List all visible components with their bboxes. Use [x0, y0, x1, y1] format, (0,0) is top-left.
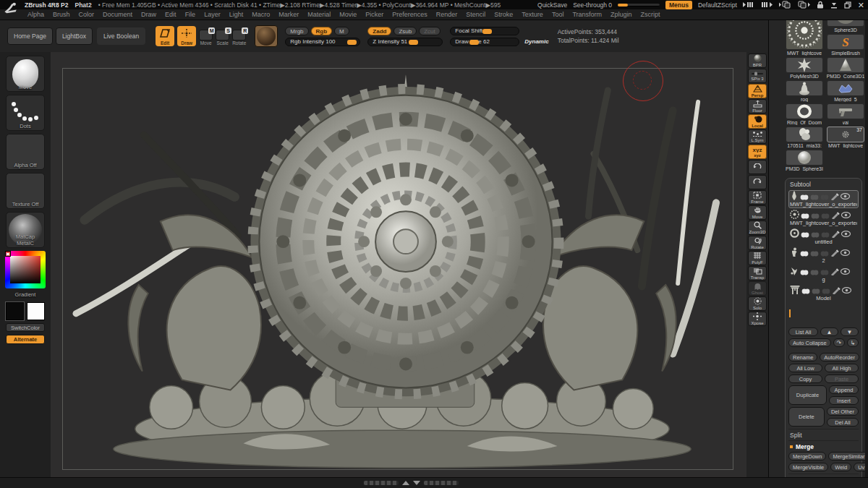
document-area[interactable] [62, 68, 733, 470]
all-high-button[interactable]: All High [825, 364, 859, 372]
eye-visibility-icon[interactable] [841, 268, 850, 275]
shelf-persp-button[interactable]: Persp [748, 84, 767, 98]
shelf-move-button[interactable]: Move [748, 205, 767, 220]
shelf-bpr-button[interactable]: BPR [748, 53, 767, 68]
menu-transform[interactable]: Transform [572, 11, 602, 18]
restore-icon[interactable] [844, 1, 851, 9]
lock-icon[interactable] [817, 1, 824, 9]
menu-macro[interactable]: Macro [252, 11, 270, 18]
tray-divider-handle[interactable] [364, 481, 459, 485]
tray-expand-icon[interactable] [402, 481, 409, 485]
menu-edit[interactable]: Edit [165, 11, 176, 18]
tray-collapse-icon[interactable] [413, 481, 420, 485]
current-alpha-thumbnail[interactable]: Alpha Off [6, 134, 45, 170]
default-zscript-button[interactable]: DefaultZScript [698, 1, 737, 9]
duplicate-button[interactable]: Duplicate [788, 385, 827, 405]
eye-visibility-icon[interactable] [841, 193, 850, 200]
rotate-mode-button[interactable]: R Rotate [232, 30, 246, 46]
shelf-spix-3-button[interactable]: SPix 3 [748, 69, 767, 83]
gradient-label[interactable]: Gradient [0, 291, 51, 298]
list-all-button[interactable]: List All [788, 328, 818, 336]
tool-simplebrush[interactable]: S SimpleBrush [826, 34, 865, 56]
tool-170511-mia33-[interactable]: 170511_mia33: [785, 127, 824, 148]
shelf-xyz-button[interactable]: xyzxyz [748, 145, 767, 159]
tray-dash-right[interactable] [424, 481, 459, 485]
autoreorder-button[interactable]: AutoReorder [820, 353, 859, 361]
switch-color-button[interactable]: SwitchColor [6, 323, 45, 332]
menu-movie[interactable]: Movie [339, 11, 357, 18]
menu-render[interactable]: Render [436, 11, 458, 18]
dynamic-label[interactable]: Dynamic [524, 38, 548, 45]
see-through-track[interactable] [618, 4, 660, 7]
scroll-right-icon[interactable] [761, 1, 773, 8]
shelf-solo-button[interactable]: Solo [748, 296, 767, 311]
z-intensity-slider[interactable]: Z Intensity 51 [367, 38, 443, 46]
mrgb-button[interactable]: Mrgb [285, 27, 308, 35]
shelf-zoom3d-button[interactable]: Zoom3D [748, 221, 767, 235]
merge-similar-button[interactable]: MergeSimilar [828, 452, 868, 461]
current-texture-thumbnail[interactable]: Texture Off [6, 173, 45, 209]
tool-merged-5[interactable]: Merged_5 [826, 80, 865, 102]
tool-pm3d-cone3d1[interactable]: PM3D_Cone3D1 [826, 57, 865, 79]
close-icon[interactable]: ✕ [858, 1, 864, 9]
polypaint-toggle-icon[interactable] [801, 228, 809, 241]
shelf-spin-left-button[interactable] [748, 160, 767, 174]
move-mode-button[interactable]: M Move [199, 30, 213, 46]
copy-button[interactable]: Copy [788, 374, 822, 383]
move-down-arrow-icon[interactable]: ↳ [847, 338, 859, 347]
eye-visibility-icon[interactable] [841, 249, 850, 256]
see-through-slider[interactable]: See-through 0 [573, 1, 612, 9]
menu-zscript[interactable]: Zscript [641, 11, 660, 18]
current-brush-thumbnail[interactable]: Move [6, 56, 45, 92]
menu-stencil[interactable]: Stencil [466, 11, 485, 18]
shelf-ghost-button[interactable]: Ghost [748, 281, 767, 296]
live-boolean-button[interactable]: Live Boolean [97, 27, 145, 45]
tool-polymesh3d[interactable]: PolyMesh3D [785, 57, 824, 79]
brush-toggle-icon[interactable] [830, 268, 839, 275]
merge-section[interactable]: Merge [788, 440, 859, 452]
shelf-spin-right-button[interactable] [748, 175, 767, 189]
polypaint-toggle-icon[interactable] [800, 265, 809, 278]
palette-prev-icon[interactable] [779, 1, 791, 9]
eye-visibility-icon[interactable] [842, 287, 851, 294]
menu-document[interactable]: Document [103, 11, 132, 18]
zadd-button[interactable]: Zadd [367, 27, 391, 35]
merge-visible-button[interactable]: MergeVisible [788, 463, 828, 471]
current-stroke-thumbnail[interactable]: Dots [6, 95, 45, 131]
m-button[interactable]: M [334, 27, 349, 35]
secondary-color-swatch[interactable] [27, 302, 45, 320]
subtool-up-icon[interactable]: ▲ [820, 328, 838, 336]
brush-toggle-icon[interactable] [831, 212, 840, 219]
shelf-l-sym-button[interactable]: L.Sym [748, 129, 767, 144]
rename-button[interactable]: Rename [788, 353, 817, 361]
current-matcap-thumbnail[interactable]: MatCap MetalC [6, 212, 45, 248]
draw-size-slider[interactable]: Draw Size 62 [450, 38, 519, 46]
tool-ring-of-doom[interactable]: Ring_Of_Doom [785, 103, 824, 125]
document-canvas[interactable] [51, 52, 746, 477]
shelf-floor-button[interactable]: Floor [748, 99, 767, 114]
shelf-xpose-button[interactable]: Xpose [748, 312, 767, 326]
weld-button[interactable]: Weld [830, 463, 851, 471]
scroll-left-icon[interactable] [743, 1, 754, 8]
menu-material[interactable]: Material [307, 11, 331, 18]
menu-alpha[interactable]: Alpha [27, 11, 44, 18]
tool-mwt-lightcove[interactable]: 37 MWT_lightcove [826, 127, 865, 148]
subtool-item[interactable]: MWT_lightcover_o_exported [788, 190, 859, 208]
rgb-intensity-slider[interactable]: Rgb Intensity 100 [285, 38, 360, 46]
tool-pm3d-sphere3i[interactable]: PM3D_Sphere3I [785, 150, 824, 171]
tray-dash-left[interactable] [364, 481, 399, 485]
brush-toggle-icon[interactable] [832, 287, 841, 294]
brush-toggle-icon[interactable] [830, 249, 839, 257]
color-picker[interactable]: ▣ [5, 251, 46, 288]
current-material-thumbnail[interactable] [255, 25, 278, 47]
subtool-header[interactable]: Subtool [790, 181, 859, 188]
brush-toggle-icon[interactable] [831, 231, 840, 238]
subtool-item[interactable]: MWT_lightcover_o_exported [788, 209, 859, 227]
split-section[interactable]: Split [788, 429, 859, 440]
edit-mode-button[interactable]: Edit [156, 26, 174, 46]
shelf-local-button[interactable]: Local [748, 114, 767, 129]
rgb-button[interactable]: Rgb [311, 27, 333, 35]
menu-tool[interactable]: Tool [552, 11, 564, 18]
menu-texture[interactable]: Texture [522, 11, 543, 18]
menu-marker[interactable]: Marker [278, 11, 299, 18]
